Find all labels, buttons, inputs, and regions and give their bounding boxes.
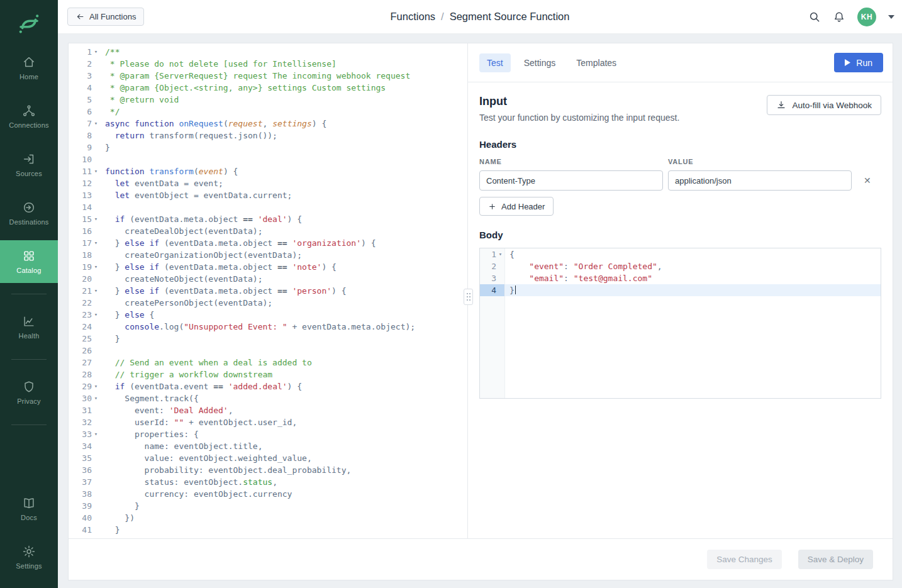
all-functions-button[interactable]: All Functions — [67, 8, 144, 26]
gutter-line: 29▾ — [69, 380, 100, 392]
fold-caret-icon[interactable]: ▾ — [92, 118, 100, 130]
sidebar-item-health[interactable]: Health — [0, 306, 58, 348]
remove-header-button[interactable]: ✕ — [862, 174, 872, 187]
fold-caret-icon[interactable]: ▾ — [92, 309, 100, 321]
header-name-input[interactable] — [479, 170, 663, 191]
gutter-line: 6 — [69, 106, 100, 118]
gutter-line: 32 — [69, 416, 100, 428]
body-editor-code-area[interactable]: { "event": "Order Completed", "email": "… — [505, 248, 881, 398]
run-button[interactable]: Run — [834, 53, 883, 72]
code-line: // Send an event when a deal is added to — [105, 357, 467, 369]
sidebar-item-privacy[interactable]: Privacy — [0, 371, 58, 414]
sources-icon — [22, 152, 36, 166]
gutter-line: 41 — [69, 524, 100, 536]
footer-bar: Save Changes Save & Deploy — [69, 538, 893, 580]
gutter-line: 25 — [69, 333, 100, 345]
autofill-webhook-button[interactable]: Auto-fill via Webhook — [767, 95, 881, 115]
code-line: currency: eventObject.currency — [105, 488, 467, 500]
code-line: * @param {Object.<string, any>} settings… — [105, 82, 467, 94]
notifications-bell-icon[interactable] — [833, 11, 845, 23]
gutter-line: 40 — [69, 512, 100, 524]
text-cursor — [515, 286, 516, 294]
gutter-line: 38 — [69, 488, 100, 500]
catalog-icon — [22, 249, 36, 263]
add-header-button[interactable]: Add Header — [479, 197, 554, 216]
code-line: } — [105, 141, 467, 153]
gutter-line: 12 — [69, 177, 100, 189]
fold-caret-icon[interactable]: ▾ — [92, 46, 100, 58]
breadcrumb-separator: / — [441, 11, 444, 23]
code-line: value: eventObject.weighted_value, — [105, 452, 467, 464]
tab-settings[interactable]: Settings — [516, 53, 564, 72]
fold-caret-icon[interactable]: ▾ — [92, 237, 100, 249]
function-code-editor: 1▾234567▾891011▾12131415▾1617▾1819▾2021▾… — [69, 46, 467, 538]
sidebar-divider — [11, 424, 47, 425]
chevron-down-icon[interactable] — [888, 15, 894, 19]
run-button-label: Run — [856, 58, 872, 68]
segment-logo[interactable] — [16, 11, 42, 36]
sidebar-item-label: Catalog — [16, 267, 41, 274]
gutter-line: 16 — [69, 225, 100, 237]
close-icon: ✕ — [864, 175, 871, 186]
code-line: function transform(event) { — [105, 165, 467, 177]
fold-caret-icon[interactable]: ▾ — [92, 428, 100, 440]
sidebar-item-destinations[interactable]: Destinations — [0, 192, 58, 235]
save-deploy-button[interactable]: Save & Deploy — [798, 550, 873, 569]
search-icon[interactable] — [808, 11, 821, 23]
privacy-icon — [22, 380, 36, 394]
tab-templates[interactable]: Templates — [569, 53, 624, 72]
workspace-row: 1▾234567▾891011▾12131415▾1617▾1819▾2021▾… — [69, 43, 893, 538]
gutter-line: 30▾ — [69, 392, 100, 404]
tab-test[interactable]: Test — [479, 53, 511, 72]
pane-splitter-handle[interactable] — [464, 289, 473, 305]
breadcrumb-functions[interactable]: Functions — [391, 11, 436, 23]
sidebar-item-catalog[interactable]: Catalog — [0, 240, 58, 283]
fold-caret-icon[interactable]: ▾ — [92, 165, 100, 177]
code-line: async function onRequest(request, settin… — [105, 118, 467, 130]
code-line: console.log("Unsupported Event: " + even… — [105, 321, 467, 333]
gutter-line: 24 — [69, 321, 100, 333]
code-line: { — [509, 248, 881, 260]
gutter-line: 27 — [69, 357, 100, 369]
gutter-line: 10 — [69, 153, 100, 165]
code-line: Segment.track({ — [105, 392, 467, 404]
code-line: probability: eventObject.deal_probabilit… — [105, 464, 467, 476]
sidebar-item-home[interactable]: Home — [0, 47, 58, 89]
header-row: ✕ — [479, 170, 881, 191]
autofill-label: Auto-fill via Webhook — [792, 101, 872, 110]
code-line: } else if (eventData.meta.object == 'not… — [105, 261, 467, 273]
gutter-line: 3 — [69, 70, 100, 82]
sidebar-item-label: Sources — [16, 170, 42, 177]
fold-caret-icon[interactable]: ▾ — [92, 285, 100, 297]
gutter-line: 14 — [69, 201, 100, 213]
gutter-line: 33▾ — [69, 428, 100, 440]
code-line — [105, 345, 467, 357]
code-line: createDealObject(eventData); — [105, 225, 467, 237]
code-line: let eventData = event; — [105, 177, 467, 189]
code-line: status: eventObject.status, — [105, 476, 467, 488]
gutter-line: 17▾ — [69, 237, 100, 249]
fold-caret-icon[interactable]: ▾ — [92, 392, 100, 404]
code-line: * Please do not delete [used for Intelli… — [105, 58, 467, 70]
fold-caret-icon[interactable]: ▾ — [92, 380, 100, 392]
body-title: Body — [479, 230, 881, 240]
top-header: All Functions Functions / Segment Source… — [58, 0, 902, 34]
fold-caret-icon[interactable]: ▾ — [92, 213, 100, 225]
body-editor-gutter: 1▾234 — [480, 248, 505, 398]
gutter-line: 1▾ — [480, 248, 504, 260]
save-changes-button[interactable]: Save Changes — [707, 550, 782, 569]
editor-code-area[interactable]: /** * Please do not delete [used for Int… — [100, 46, 467, 538]
sidebar-item-docs[interactable]: Docs — [0, 487, 58, 530]
code-line: return transform(request.json()); — [105, 130, 467, 141]
sidebar: Home Connections Sources Destinations Ca… — [0, 0, 58, 588]
sidebar-item-sources[interactable]: Sources — [0, 143, 58, 186]
fold-caret-icon[interactable]: ▾ — [496, 248, 504, 260]
sidebar-divider — [11, 294, 47, 294]
fold-caret-icon[interactable]: ▾ — [92, 261, 100, 273]
gutter-line: 21▾ — [69, 285, 100, 297]
header-value-input[interactable] — [668, 170, 852, 191]
avatar[interactable]: KH — [857, 8, 876, 26]
sidebar-item-settings[interactable]: Settings — [0, 536, 58, 579]
connections-icon — [22, 104, 36, 118]
sidebar-item-connections[interactable]: Connections — [0, 95, 58, 138]
